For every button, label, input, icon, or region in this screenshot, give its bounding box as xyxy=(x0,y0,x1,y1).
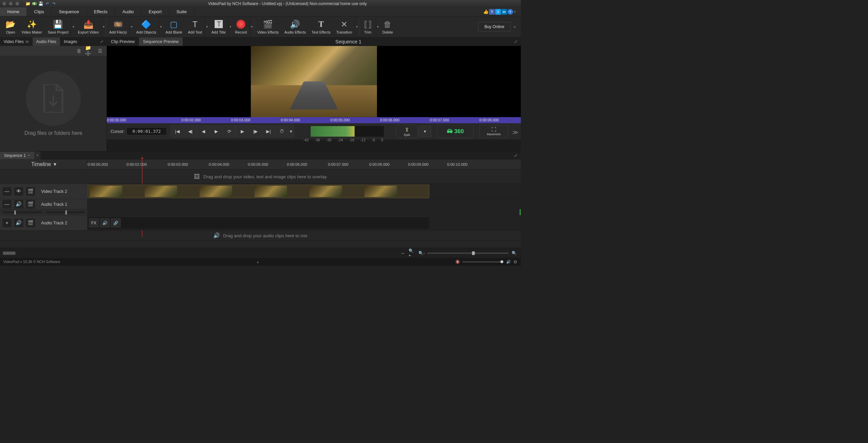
track-fx-button[interactable]: 🎬 xyxy=(26,199,36,209)
buy-online-button[interactable]: Buy Online xyxy=(478,22,511,31)
status-expand-icon[interactable]: ▲ xyxy=(60,260,455,264)
bin-drop-zone[interactable]: Drag files or folders here xyxy=(0,56,107,151)
close-tab-icon[interactable]: ✕ xyxy=(28,154,30,157)
qa-save-icon[interactable]: 💾 xyxy=(38,1,44,6)
transition-button[interactable]: ✕Transition xyxy=(333,16,355,37)
bin-add-folder-icon[interactable]: 📁➕ xyxy=(85,47,94,55)
track-mute-button[interactable]: 🔊 xyxy=(14,199,24,209)
add-sequence-button[interactable]: + xyxy=(34,152,40,159)
add-text-dropdown[interactable]: ▾ xyxy=(205,16,209,37)
vr-360-button[interactable]: 🕶 360 xyxy=(437,125,474,138)
trim-dropdown[interactable]: ▾ xyxy=(376,16,380,37)
track-pan-slider[interactable] xyxy=(45,211,85,214)
track-visibility-button[interactable]: 👁 xyxy=(14,187,24,196)
bin-tab-video[interactable]: Video Files (1) xyxy=(0,37,33,46)
timeline-undock-icon[interactable]: ⤢ xyxy=(514,153,519,158)
menu-audio[interactable]: Audio xyxy=(115,7,141,16)
add-objects-dropdown[interactable]: ▾ xyxy=(159,16,163,37)
zoom-out-icon[interactable]: 🔍- xyxy=(418,250,425,256)
save-project-button[interactable]: 💾Save Project xyxy=(45,16,71,37)
qa-undo-icon[interactable]: ↶ xyxy=(45,1,50,6)
menu-export[interactable]: Export xyxy=(141,7,169,16)
play-button[interactable]: ▶ xyxy=(210,126,223,137)
bin-list-view-icon[interactable]: ☰ xyxy=(96,47,104,55)
trim-button[interactable]: ⟦⟧Trim xyxy=(360,16,376,37)
master-volume-slider[interactable] xyxy=(462,262,503,262)
clip-volume-icon[interactable]: 🔊 xyxy=(100,218,110,227)
minimize-window-icon[interactable] xyxy=(9,2,13,5)
speed-dropdown[interactable]: ▾ xyxy=(288,126,294,137)
text-effects-button[interactable]: 𝐓Text Effects xyxy=(309,16,333,37)
bin-tab-images[interactable]: Images xyxy=(60,37,81,46)
speed-button[interactable]: ⏱ xyxy=(275,126,288,137)
audio-effects-button[interactable]: 🔊Audio Effects xyxy=(281,16,309,37)
audio-track-2-body[interactable]: FX 🔊 🔗 xyxy=(87,215,521,230)
video-effects-button[interactable]: 🎬Video Effects xyxy=(254,16,281,37)
volume-icon[interactable]: 🔊 xyxy=(506,260,511,264)
linkedin-icon[interactable]: in xyxy=(501,9,507,15)
zoom-fit-icon[interactable]: ↔ xyxy=(399,250,407,256)
video-maker-button[interactable]: ✨Video Maker xyxy=(19,16,45,37)
zoom-slider[interactable] xyxy=(427,253,509,254)
menu-home[interactable]: Home xyxy=(0,7,27,16)
zoom-max-icon[interactable]: 🔍 xyxy=(511,250,518,256)
record-dropdown[interactable]: ▾ xyxy=(250,16,254,37)
export-video-dropdown[interactable]: ▾ xyxy=(102,16,105,37)
qa-open-icon[interactable]: 📁 xyxy=(25,1,31,6)
facebook-icon[interactable]: f xyxy=(489,9,495,15)
zoom-in-icon[interactable]: 🔍+ xyxy=(409,250,416,256)
track-fx-button[interactable]: 🎬 xyxy=(26,187,36,196)
transition-dropdown[interactable]: ▾ xyxy=(355,16,359,37)
goto-start-button[interactable]: |◀ xyxy=(171,126,184,137)
add-files-button[interactable]: 🎞️Add File(s) xyxy=(106,16,130,37)
qa-redo-icon[interactable]: ↷ xyxy=(51,1,57,6)
sequence-tab-1[interactable]: Sequence 1✕ xyxy=(0,152,34,159)
menu-sequence[interactable]: Sequence xyxy=(52,7,86,16)
overlay-drop-row[interactable]: 🖼 Drag and drop your video, text and ima… xyxy=(0,169,521,184)
menu-suite[interactable]: Suite xyxy=(169,7,194,16)
settings-icon[interactable]: ⚙ xyxy=(513,259,517,265)
open-button[interactable]: 📂Open xyxy=(2,16,19,37)
add-track-button[interactable]: + xyxy=(2,218,12,228)
bin-delete-icon[interactable]: 🗑 xyxy=(75,47,83,55)
audio-clip[interactable]: FX 🔊 🔗 xyxy=(87,217,429,229)
add-blank-button[interactable]: ▢Add Blank xyxy=(163,16,185,37)
prev-frame-button[interactable]: ◀| xyxy=(184,126,197,137)
menubar-expand-icon[interactable]: » xyxy=(513,9,518,14)
video-clip[interactable] xyxy=(87,185,429,198)
track-fx-button[interactable]: 🎬 xyxy=(26,218,36,228)
clip-fx-icon[interactable]: FX xyxy=(89,218,99,227)
toolbar-expand-icon[interactable]: » xyxy=(513,24,518,29)
bin-tab-audio[interactable]: Audio Files xyxy=(33,37,60,46)
like-icon[interactable]: 👍 xyxy=(483,9,489,15)
collapse-track-button[interactable]: — xyxy=(2,199,12,209)
timeline-scrollbar[interactable] xyxy=(3,251,15,255)
add-title-button[interactable]: 🆃Add Title xyxy=(209,16,229,37)
maximize-button[interactable]: ⛶Maximize xyxy=(479,125,508,138)
track-volume-slider[interactable] xyxy=(2,211,42,214)
split-button[interactable]: ✂Split xyxy=(396,125,417,138)
clip-link-icon[interactable]: 🔗 xyxy=(111,218,121,227)
mute-icon[interactable]: 🔇 xyxy=(455,260,460,264)
save-project-dropdown[interactable]: ▾ xyxy=(71,16,75,37)
loop-button[interactable]: ⟳ xyxy=(223,126,236,137)
video-track-body[interactable] xyxy=(87,184,521,199)
menu-clips[interactable]: Clips xyxy=(27,7,52,16)
preview-tab-clip[interactable]: Clip Preview xyxy=(107,37,139,46)
preview-undock-icon[interactable]: ⤢ xyxy=(514,39,519,44)
add-objects-button[interactable]: 🔷Add Objects xyxy=(133,16,159,37)
delete-button[interactable]: 🗑Delete xyxy=(379,16,396,37)
audio-track-1-body[interactable] xyxy=(87,199,521,209)
add-text-button[interactable]: TAdd Text xyxy=(185,16,205,37)
record-button[interactable]: Record xyxy=(232,16,250,37)
menu-effects[interactable]: Effects xyxy=(86,7,115,16)
mix-drop-row[interactable]: 🔊 Drag and drop your audio clips here to… xyxy=(0,230,521,241)
help-icon[interactable]: ? xyxy=(507,9,513,15)
preview-more-icon[interactable]: ≫ xyxy=(512,129,517,134)
close-window-icon[interactable] xyxy=(2,2,6,5)
track-mute-button[interactable]: 🔊 xyxy=(14,218,24,228)
step-fwd-button[interactable]: ▶ xyxy=(236,126,249,137)
twitter-icon[interactable]: t xyxy=(495,9,501,15)
cursor-value[interactable]: 0:00:01.372 xyxy=(126,127,166,135)
step-back-button[interactable]: ◀ xyxy=(197,126,210,137)
